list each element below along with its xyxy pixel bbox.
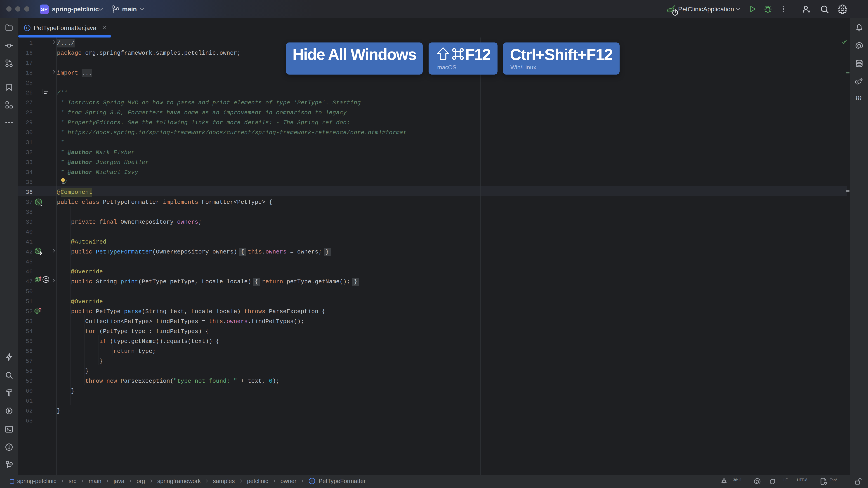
svg-text:C: C (311, 479, 313, 483)
svg-text:C: C (26, 26, 29, 30)
